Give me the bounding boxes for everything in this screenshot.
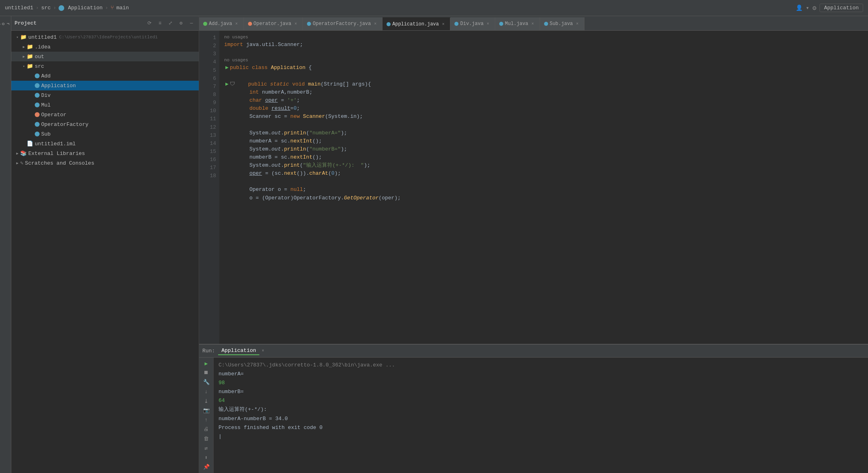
class-icon-mul [35, 103, 40, 107]
tree-item-Application[interactable]: Application [11, 81, 199, 90]
sidebar-strip: Proj [0, 16, 11, 473]
project-tab-icon[interactable]: Proj [1, 19, 11, 29]
sync-icon[interactable]: ⟳ [145, 19, 153, 27]
tab-mul[interactable]: Mul.java × [495, 17, 540, 30]
var-oper: oper [265, 97, 277, 103]
type-operatorfactory: OperatorFactory [294, 195, 341, 201]
var-out3: out [271, 162, 281, 168]
fn-println2: println [284, 146, 306, 152]
folder-icon-root: 📁 [20, 34, 27, 40]
tree-label-operatorfactory: OperatorFactory [41, 121, 88, 128]
var-numberA2: numberA [249, 138, 271, 144]
scroll-end-icon[interactable]: ⤓ [202, 398, 211, 404]
tab-operator[interactable]: Operator.java × [244, 17, 303, 30]
run-out-numberb-val: 64 [219, 396, 863, 405]
tree-label-extlib: External Libraries [28, 151, 85, 157]
user-icon[interactable]: 👤 ▾ [796, 4, 809, 11]
tree-item-src[interactable]: ▾ 📁 src [11, 61, 199, 71]
tab-div[interactable]: Div.java × [450, 17, 495, 30]
kw-static: static [270, 81, 289, 87]
arrow-src: ▾ [21, 64, 27, 69]
breadcrumb-sep2: › [53, 5, 56, 11]
pin-icon[interactable]: 📌 [202, 464, 211, 471]
breadcrumb-app-label: Application [68, 5, 103, 11]
settings-icon[interactable]: ⚙ [177, 19, 185, 27]
tree-item-extlib[interactable]: ▶ 📚 External Libraries [11, 149, 199, 158]
tree-item-out[interactable]: ▶ 📁 out [11, 52, 199, 61]
breadcrumb-sep3: › [105, 5, 108, 11]
folder-icon-out: 📁 [27, 53, 33, 60]
run-marker-2[interactable]: ▶ [224, 64, 230, 72]
tab-close-div[interactable]: × [485, 21, 491, 27]
tab-icon-div [454, 22, 458, 26]
tab-operatorfactory[interactable]: OperatorFactory.java × [303, 17, 383, 30]
kw-int: int [249, 89, 259, 95]
tree-label-src: src [35, 63, 44, 69]
trash-icon[interactable]: 🗑 [202, 435, 211, 442]
run-out-numbera-label: numberA= [219, 370, 863, 379]
run-tab-close[interactable]: × [261, 348, 265, 354]
tree-item-Add[interactable]: Add [11, 71, 199, 81]
arrow-scratches: ▶ [15, 161, 20, 165]
tab-close-mul[interactable]: × [530, 21, 536, 27]
tab-add[interactable]: Add.java × [199, 17, 244, 30]
tree-item-iml[interactable]: 📄 untitled1.iml [11, 139, 199, 149]
diff-icon[interactable]: ⇄ [202, 445, 211, 452]
tree-item-Mul[interactable]: Mul [11, 100, 199, 110]
scroll-up-icon[interactable]: ↑ [202, 416, 211, 423]
tab-close-application[interactable]: × [440, 21, 446, 27]
bookmark-4: 🛡 [230, 80, 235, 88]
tree-item-scratches[interactable]: ▶ ✎ Scratches and Consoles [11, 158, 199, 168]
scroll-down-icon[interactable]: ↓ [202, 388, 211, 395]
wrench-icon[interactable]: 🔧 [202, 379, 211, 386]
kw-public2: public [248, 81, 267, 87]
editor-run-container: 1234 5678 9101112 13141516 1718 no usage… [199, 31, 868, 473]
meta-no-usages-2: no usages [224, 57, 863, 64]
camera-icon[interactable]: 📷 [202, 407, 211, 414]
tab-label-add: Add.java [209, 21, 232, 27]
var-o2: o [249, 195, 252, 201]
kw-new: new [290, 113, 300, 119]
code-content[interactable]: no usagesimport java.util.Scanner; no us… [219, 31, 868, 344]
tree-item-Sub[interactable]: Sub [11, 129, 199, 139]
tree-item-OperatorFactory[interactable]: OperatorFactory [11, 119, 199, 129]
tab-close-sub[interactable]: × [574, 21, 580, 27]
tab-close-operatorfactory[interactable]: × [372, 21, 378, 27]
import-icon[interactable]: ⬆ [202, 454, 211, 461]
tree-item-Div[interactable]: Div [11, 90, 199, 100]
var-o: o [278, 186, 281, 193]
stop-button[interactable]: ⏹ [202, 369, 211, 376]
file-icon-iml: 📄 [27, 140, 33, 147]
print-icon[interactable]: 🖨 [202, 426, 211, 433]
run-marker-4[interactable]: ▶ [224, 80, 230, 88]
settings-icon[interactable]: ⚙ [813, 4, 817, 12]
kw-char: char [249, 97, 262, 103]
line-numbers: 1234 5678 9101112 13141516 1718 [199, 31, 219, 344]
breadcrumb-branch-icon: ⑂ [111, 5, 114, 11]
tab-label-application: Application.java [392, 21, 439, 27]
expand-icon[interactable]: ⤢ [166, 19, 174, 27]
tab-sub[interactable]: Sub.java × [540, 17, 585, 30]
fn-charAt: charAt [309, 170, 328, 176]
gear-icon[interactable]: ≡ [156, 19, 164, 27]
tree-item-root[interactable]: ▾ 📁 untitled1 C:\Users\27837\IdeaProject… [11, 32, 199, 42]
fn-print1: print [284, 162, 300, 168]
tree-label-mul: Mul [41, 102, 50, 108]
breadcrumb: untitled1 › src › Application › ⑂ main [5, 5, 796, 11]
tree-label-sub: Sub [41, 131, 50, 137]
tab-close-operator[interactable]: × [293, 21, 298, 27]
tree-item-idea[interactable]: ▶ 📁 .idea [11, 42, 199, 52]
num-0: 0 [294, 105, 297, 111]
minimize-icon[interactable]: — [187, 19, 195, 27]
code-editor[interactable]: 1234 5678 9101112 13141516 1718 no usage… [199, 31, 868, 344]
tree-item-Operator[interactable]: Operator [11, 110, 199, 119]
project-panel-title: Project [15, 20, 143, 26]
run-button[interactable]: ▶ [202, 360, 211, 367]
tab-label-operator: Operator.java [254, 21, 292, 27]
tree-label-operator: Operator [41, 112, 66, 118]
tab-application[interactable]: Application.java × [383, 17, 450, 30]
run-panel-body: ▶ ⏹ 🔧 ↓ ⤓ 📷 ↑ 🖨 🗑 ⇄ ⬆ 📌 [199, 358, 868, 473]
run-tab-application[interactable]: Application [218, 347, 259, 355]
tab-icon-sub [544, 22, 548, 26]
tab-close-add[interactable]: × [234, 21, 240, 27]
